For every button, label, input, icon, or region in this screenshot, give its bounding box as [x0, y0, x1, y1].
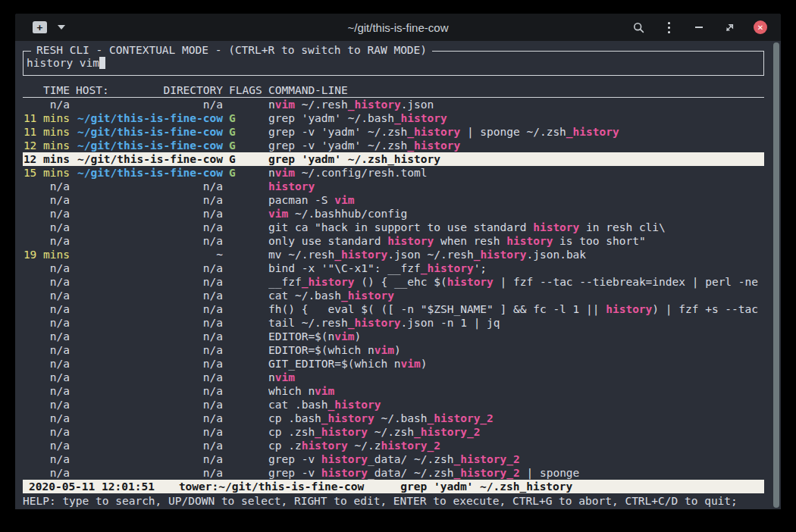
cmd-segment: () { __ehc $( — [355, 276, 447, 288]
history-row[interactable]: n/a n/a pacman -S vim — [23, 193, 764, 207]
history-row[interactable]: n/a n/a fh() { eval $( ([ -n "$ZSH_NAME"… — [23, 302, 764, 316]
history-row[interactable]: 12 mins ~/git/this-is-fine-cow G grep -v… — [23, 139, 764, 152]
history-row[interactable]: n/a n/a tail ~/.resh_history.json -n 1 |… — [23, 316, 764, 330]
cmd-match-segment: _history — [348, 99, 401, 111]
row-command: grep 'yadm' ~/.bash_history — [268, 111, 764, 125]
row-flags — [229, 398, 262, 412]
new-tab-button[interactable]: + — [33, 21, 47, 33]
history-row[interactable]: n/a n/a which nvim — [23, 384, 764, 398]
minimize-button[interactable] — [693, 21, 705, 33]
resh-search-box: RESH CLI - CONTEXTUAL MODE - (CTRL+R to … — [23, 51, 764, 76]
cmd-match-segment: history — [447, 276, 494, 288]
row-directory: ~/git/this-is-fine-cow — [76, 166, 223, 180]
history-row[interactable]: n/a n/a grep -v history_data/ ~/.zsh_his… — [23, 466, 764, 480]
history-row[interactable]: n/a n/a cat ~/.bash_history — [23, 289, 764, 302]
history-table: TIME HOST:DIRECTORY FLAGS COMMAND-LINE n… — [23, 84, 764, 480]
history-row[interactable]: n/a n/a EDITOR=$(which nvim) — [23, 343, 764, 357]
cmd-segment: _data/ ~/.zsh — [368, 467, 454, 479]
cmd-match-segment: history — [321, 467, 368, 479]
row-time: n/a — [23, 261, 70, 275]
header-host-directory: HOST:DIRECTORY — [76, 84, 223, 97]
row-flags — [229, 207, 262, 221]
history-row[interactable]: n/a n/a nvim ~/.resh_history.json — [23, 98, 764, 111]
cmd-match-segment: vim — [268, 208, 288, 220]
chevron-down-icon[interactable] — [58, 25, 65, 30]
history-row[interactable]: 15 mins ~/git/this-is-fine-cow G nvim ~/… — [23, 166, 764, 180]
history-row[interactable]: n/a n/a bind -x '"\C-x1": __fzf_history'… — [23, 261, 764, 275]
close-button[interactable]: ✕ — [754, 20, 767, 34]
cmd-match-segment: vim — [334, 194, 354, 206]
cmd-match-segment: history — [321, 453, 368, 465]
row-command: bind -x '"\C-x1": __fzf_history'; — [268, 261, 764, 275]
row-flags — [229, 357, 262, 371]
cmd-segment: ) — [421, 358, 428, 370]
history-row[interactable]: n/a n/a cat .bash_history — [23, 398, 764, 412]
row-time: n/a — [23, 466, 70, 480]
row-time: 12 mins — [23, 152, 70, 166]
cmd-match-segment: _history — [394, 112, 447, 124]
history-row[interactable]: 19 mins ~ mv ~/.resh_history.json ~/.res… — [23, 248, 764, 261]
history-row[interactable]: n/a n/a __fzf_history () { __ehc $(histo… — [23, 275, 764, 289]
cmd-segment: bind -x '"\C-x1": __fzf — [268, 262, 421, 274]
history-row[interactable]: n/a n/a cp .zhistory ~/.zhistory_2 — [23, 439, 764, 452]
cmd-segment: tail ~/.resh — [268, 317, 348, 329]
history-row[interactable]: n/a n/a grep -v history_data/ ~/.zsh_his… — [23, 452, 764, 466]
menu-kebab-icon[interactable] — [663, 21, 675, 33]
row-flags — [229, 221, 262, 234]
history-row[interactable]: n/a n/a vim ~/.bashhub/config — [23, 207, 764, 221]
row-directory: ~/git/this-is-fine-cow — [76, 152, 223, 166]
cmd-segment: git ca "hack in support to use standard — [268, 221, 533, 233]
history-row[interactable]: n/a n/a cp .zsh_history ~/.zsh_history_2 — [23, 425, 764, 439]
history-row[interactable]: n/a n/a GIT_EDITOR=$(which nvim) — [23, 357, 764, 371]
row-directory: n/a — [76, 98, 223, 111]
cmd-segment: '; — [474, 262, 487, 274]
history-row[interactable]: n/a n/a nvim — [23, 371, 764, 384]
cmd-segment: _data/ ~/.zsh — [368, 453, 454, 465]
status-host-directory: tower:~/git/this-is-fine-cow — [179, 480, 364, 493]
history-row[interactable]: n/a n/a history — [23, 180, 764, 193]
history-row[interactable]: 12 mins ~/git/this-is-fine-cow G grep 'y… — [23, 152, 764, 166]
search-icon[interactable] — [632, 21, 644, 33]
search-query-text: history vim — [27, 57, 99, 69]
history-row[interactable]: n/a n/a cp .bash_history ~/.bash_history… — [23, 412, 764, 425]
cmd-segment: grep -v — [268, 467, 321, 479]
cmd-segment: which n — [268, 385, 315, 397]
row-command: history — [268, 180, 764, 193]
cmd-match-segment: _history — [407, 126, 460, 138]
row-command: grep -v history_data/ ~/.zsh_history_2 |… — [268, 466, 764, 480]
cmd-match-segment: _history — [328, 399, 381, 411]
row-directory: n/a — [76, 466, 223, 480]
status-datetime: 2020-05-11 12:01:51 — [29, 480, 155, 493]
row-directory: n/a — [76, 221, 223, 234]
row-directory: n/a — [76, 343, 223, 357]
cmd-segment: cat ~/.bash — [268, 289, 341, 302]
history-row[interactable]: n/a n/a EDITOR=$(nvim) — [23, 330, 764, 343]
cmd-segment: cat .bash — [268, 399, 328, 411]
row-flags — [229, 466, 262, 480]
cmd-segment: n — [268, 99, 275, 111]
cmd-match-segment: vim — [334, 330, 354, 343]
history-row[interactable]: n/a n/a only use standard history when r… — [23, 234, 764, 248]
cmd-match-segment: _history — [407, 139, 460, 152]
row-flags — [229, 248, 262, 261]
cmd-segment: | fzf --tac --tiebreak=index | perl -ne — [494, 276, 758, 288]
row-flags: G — [229, 166, 262, 180]
row-command: grep -v history_data/ ~/.zsh_history_2 — [268, 452, 764, 466]
restore-button[interactable] — [723, 21, 735, 33]
cmd-segment: ~/.bashhub/config — [288, 208, 407, 220]
row-time: n/a — [23, 180, 70, 193]
terminal-window: + ~/git/this-is-fine-cow — [15, 14, 781, 509]
history-row[interactable]: n/a n/a git ca "hack in support to use s… — [23, 221, 764, 234]
status-command: grep 'yadm' ~/.zsh_history — [400, 480, 572, 493]
cmd-match-segment: _history — [421, 262, 474, 274]
scrollbar-thumb[interactable] — [773, 42, 779, 508]
cmd-match-segment: history — [533, 221, 579, 233]
cmd-segment: ~/.z — [348, 440, 381, 452]
history-row[interactable]: 11 mins ~/git/this-is-fine-cow G grep -v… — [23, 125, 764, 139]
cmd-segment: EDITOR=$(n — [268, 330, 334, 343]
history-row[interactable]: 11 mins ~/git/this-is-fine-cow G grep 'y… — [23, 111, 764, 125]
row-time: n/a — [23, 371, 70, 384]
row-flags — [229, 330, 262, 343]
cmd-segment: ) — [355, 330, 362, 343]
row-time: n/a — [23, 275, 70, 289]
